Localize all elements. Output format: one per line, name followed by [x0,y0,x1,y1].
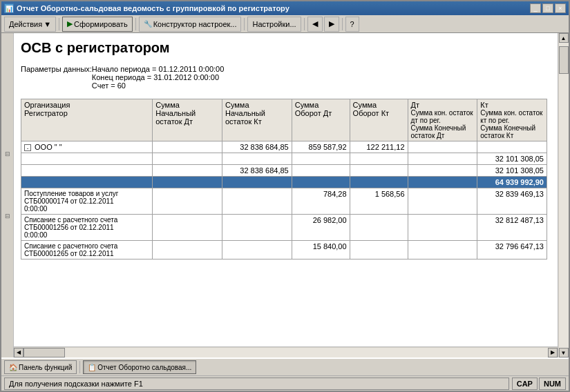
cell-sum-okt [350,153,408,165]
cell-sum-ndt [153,215,222,241]
collapse-reg[interactable]: ⊟ [1,213,13,219]
toolbar-separator-5 [342,18,343,30]
cell-dt [408,188,477,215]
cell-sum-okt [350,177,408,188]
param3: Счет = 60 [92,81,224,90]
taskbar-panel-button[interactable]: 🏠 Панель функций [4,360,77,374]
cell-sum-nkt [222,241,292,259]
main-panel: ОСВ с регистратором Параметры данных: На… [14,33,558,357]
vertical-scrollbar[interactable]: ▲ ▼ [558,33,569,357]
v-scroll-track[interactable] [559,43,569,348]
taskbar: 🏠 Панель функций 📋 Отчет Оборотно сальдо… [1,357,569,375]
cell-sum-okt [350,165,408,177]
help-button[interactable]: ? [345,17,359,32]
dropdown-icon: ▼ [44,20,51,28]
report-icon: 📋 [88,364,96,371]
cell-kt: 32 796 647,13 [477,241,547,259]
cell-kt: 32 101 308,05 [477,153,547,165]
settings-button[interactable]: Настройки... [247,17,301,32]
cell-kt [477,141,547,153]
status-bar: Для получения подсказки нажмите F1 CAP N… [1,375,569,391]
table-row-selected[interactable]: 64 939 992,90 [21,177,547,188]
scroll-up-button[interactable]: ▲ [559,33,569,43]
cell-dt [408,141,477,153]
cell-dt [408,215,477,241]
cell-org [21,153,153,165]
cell-sum-ndt [153,153,222,165]
title-bar: 📊 Отчет Оборотно-сальдовая ведомость с г… [1,1,569,15]
panel-icon: 🏠 [9,364,17,371]
cell-sum-okt [350,215,408,241]
scroll-left-button[interactable]: ◀ [14,348,23,357]
actions-button[interactable]: Действия ▼ [4,17,56,32]
cell-org: Поступление товаров и услугСТБ00000174 о… [21,188,153,215]
cell-sum-nkt [222,177,292,188]
cell-org: Списание с расчетного счетаСТБ00001256 о… [21,215,153,241]
form-label: Сформировать [74,20,128,28]
cell-sum-ndt [153,177,222,188]
close-button[interactable]: × [555,3,566,13]
table-row[interactable]: - ООО " " 32 838 684,85 859 587,92 122 2… [21,141,547,153]
h-scroll-thumb[interactable] [23,348,65,357]
report-area[interactable]: ОСВ с регистратором Параметры данных: На… [14,33,558,346]
cell-sum-nkt: 32 838 684,85 [222,141,292,153]
main-window: 📊 Отчет Оборотно-сальдовая ведомость с г… [0,0,570,392]
content-area: ⊟ ⊟ ОСВ с регистратором Параметры данных… [1,33,569,357]
cell-org [21,177,153,188]
v-scroll-thumb[interactable] [559,46,569,74]
h-scroll-track[interactable] [23,348,548,357]
nav-back-button[interactable]: ◀ [307,17,323,32]
table-row[interactable]: 32 101 308,05 [21,153,547,165]
cell-dt [408,241,477,259]
actions-label: Действия [9,20,42,28]
left-margin: ⊟ ⊟ [1,33,14,357]
cell-sum-odt [292,153,350,165]
constructor-button[interactable]: 🔧 Конструктор настроек... [139,17,242,32]
param1: Начало периода = 01.12.2011 0:00:00 [92,65,224,73]
table-row[interactable]: 32 838 684,85 32 101 308,05 [21,165,547,177]
param2: Конец периода = 31.01.2012 0:00:00 [92,73,224,81]
taskbar-separator [79,361,80,373]
cell-kt: 32 101 308,05 [477,165,547,177]
taskbar-report-button[interactable]: 📋 Отчет Оборотно сальдовая... [83,360,196,374]
cell-sum-odt: 15 840,00 [292,241,350,259]
status-indicators: CAP NUM [512,378,566,390]
constructor-icon: 🔧 [144,20,152,28]
cell-org: - ООО " " [21,141,153,153]
scroll-right-button[interactable]: ▶ [548,348,558,357]
cell-sum-okt: 1 568,56 [350,188,408,215]
cell-sum-okt [350,241,408,259]
cell-sum-odt: 784,28 [292,188,350,215]
table-row[interactable]: Поступление товаров и услугСТБ00000174 о… [21,188,547,215]
horizontal-scrollbar[interactable]: ◀ ▶ [14,346,558,357]
cell-sum-ndt [153,165,222,177]
table-row[interactable]: Списание с расчетного счетаСТБ00001265 о… [21,241,547,259]
nav-forward-button[interactable]: ▶ [324,17,339,32]
col-header-odt: Сумма Оборот Дт [292,99,350,141]
col-header-kt: Кт Сумма кон. остаток кт по рег. Сумма К… [477,99,547,141]
form-button[interactable]: ▶ Сформировать [62,17,133,32]
cell-kt: 32 812 487,13 [477,215,547,241]
toolbar-separator-2 [135,18,136,30]
play-icon: ▶ [67,19,73,28]
cell-sum-odt [292,165,350,177]
maximize-button[interactable]: □ [542,3,553,13]
minimize-button[interactable]: _ [530,3,541,13]
toolbar-separator-4 [304,18,305,30]
report-title: ОСВ с регистратором [21,40,547,56]
toolbar: Действия ▼ ▶ Сформировать 🔧 Конструктор … [1,15,569,33]
params-section: Параметры данных: Начало периода = 01.12… [21,64,547,90]
scroll-down-button[interactable]: ▼ [559,348,569,357]
window-controls: _ □ × [530,3,566,13]
settings-label: Настройки... [252,20,296,28]
params-label: Параметры данных: [21,64,92,90]
app-icon: 📊 [4,3,14,13]
toolbar-separator-1 [59,18,59,30]
collapse-org[interactable]: ⊟ [1,150,13,157]
cell-sum-ndt [153,188,222,215]
cell-sum-nkt [222,215,292,241]
expand-icon[interactable]: - [24,144,31,151]
constructor-label: Конструктор настроек... [153,20,237,28]
table-row[interactable]: Списание с расчетного счетаСТБ00001256 о… [21,215,547,241]
num-indicator: NUM [539,378,566,390]
